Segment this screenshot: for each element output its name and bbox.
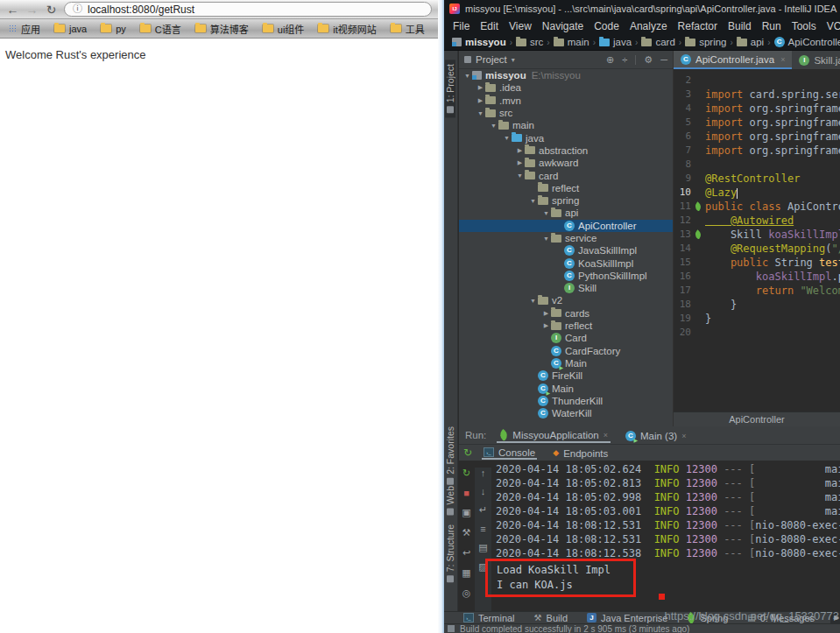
tree-row[interactable]: ▼service [459,232,673,244]
tree-row[interactable]: CPythonSkillImpl [459,270,673,282]
tree-row[interactable]: ▶.idea [459,81,673,94]
close-icon[interactable]: × [780,55,785,64]
tree-row[interactable]: CCardFactory [459,345,673,357]
editor-area[interactable]: CApiController.java×ISkill.java× 23impor… [673,51,840,411]
toolwindow-toggle-icon[interactable] [448,625,455,632]
breadcrumb-java[interactable]: java [598,37,632,47]
close-icon[interactable]: × [604,431,608,440]
rerun-application-icon[interactable]: ↻ [462,468,470,479]
locate-icon[interactable]: ⊕ [606,54,614,66]
tree-collapsed-arrow-icon[interactable]: ▶ [541,322,551,329]
tree-expanded-arrow-icon[interactable]: ▼ [502,135,512,141]
menu-item-build[interactable]: Build [723,20,757,32]
tree-row[interactable]: reflect [459,182,673,194]
menu-item-analyze[interactable]: Analyze [625,20,673,32]
tool-strip-favorites[interactable]: 2: Favorites [445,422,455,489]
menu-item-view[interactable]: View [504,20,537,32]
spring-bean-gutter-icon[interactable] [691,231,705,238]
tree-row[interactable]: ▶abstraction [459,144,673,157]
tree-expanded-arrow-icon[interactable]: ▼ [528,298,538,304]
restore-layout-icon[interactable]: ▦ [462,567,470,579]
tree-row[interactable]: CFireKill [459,369,673,382]
info-icon[interactable]: ⓘ [73,4,82,14]
tree-collapsed-arrow-icon[interactable]: ▶ [515,159,525,166]
menu-item-refactor[interactable]: Refactor [673,20,723,32]
tree-expanded-arrow-icon[interactable]: ▼ [528,198,538,204]
tree-row[interactable]: CWaterKill [459,407,673,419]
tree-row[interactable]: ▼java [459,131,673,144]
bookmark-item[interactable]: C语言 [138,22,184,36]
menu-item-code[interactable]: Code [589,20,625,32]
tree-row[interactable]: ▶awkward [459,157,673,169]
screenshot-icon[interactable]: ▣ [462,507,470,518]
tree-expanded-arrow-icon[interactable]: ▼ [462,73,472,79]
tree-row[interactable]: ▼card [459,169,673,181]
tree-expanded-arrow-icon[interactable]: ▼ [541,236,551,242]
breadcrumb-spring[interactable]: spring [684,37,727,47]
breadcrumb-missyou[interactable]: missyou [451,37,507,47]
tool-strip-structure[interactable]: 7: Structure [445,520,455,587]
breadcrumb-src[interactable]: src [515,37,544,47]
apps-menu[interactable]: 应用 [6,22,43,36]
toolwindow-tab-build[interactable]: ⚒Build [531,612,571,623]
address-bar[interactable]: ⓘ localhost:8080/getRust [64,2,432,17]
view-tab-endpoints[interactable]: ◆Endpoints [551,447,610,460]
forward-icon[interactable]: → [25,4,39,16]
tree-row[interactable]: ▼main [459,119,673,131]
tree-expanded-arrow-icon[interactable]: ▼ [489,123,498,129]
tool-strip-project[interactable]: 1: Project [445,60,455,117]
tree-expanded-arrow-icon[interactable]: ▼ [515,172,525,179]
exit-icon[interactable]: ↩ [462,547,470,559]
bookmark-item[interactable]: ui组件 [260,22,307,36]
build-icon[interactable]: ⚒ [462,527,471,538]
up-stack-icon[interactable]: ↑ [481,468,486,478]
tree-row[interactable]: C▶Main [459,382,673,394]
tree-collapsed-arrow-icon[interactable]: ▶ [476,97,485,104]
bookmark-item[interactable]: 工具 [388,22,427,36]
rerun-icon[interactable]: ↻ [463,447,472,459]
tree-collapsed-arrow-icon[interactable]: ▶ [541,310,551,317]
refresh-icon[interactable]: ↻ [45,4,58,16]
code-editor[interactable]: 23import card.spring.ser4import org.spri… [674,74,840,340]
settings-icon[interactable]: ⚙ [644,54,653,66]
menu-item-edit[interactable]: Edit [475,20,504,32]
menu-item-vcs[interactable]: VCS [822,20,840,32]
tree-expanded-arrow-icon[interactable]: ▼ [476,110,485,116]
tree-row[interactable]: ▶.mvn [459,95,673,107]
collapse-all-icon[interactable]: ÷ [622,54,627,65]
scroll-to-end-icon[interactable]: ≡ [480,524,485,534]
bookmark-item[interactable]: java [52,24,89,34]
editor-tab-skill.java[interactable]: ISkill.java× [792,51,840,69]
back-icon[interactable]: ← [6,4,19,16]
breadcrumb-apicontroller[interactable]: CApiController [773,37,840,47]
tool-strip-web[interactable]: Web [445,482,455,519]
run-tab-main3[interactable]: C▶Main (3)× [623,428,688,443]
tree-row[interactable]: ▼missyouE:\missyou [459,69,673,81]
tree-row[interactable]: C▶Main [459,357,673,369]
editor-tab-apicontroller.java[interactable]: CApiController.java× [674,51,792,69]
tree-row[interactable]: ▶cards [459,307,673,320]
soft-wrap-icon[interactable]: ↵ [479,504,487,516]
bookmark-item[interactable]: 算法博客 [193,22,251,36]
tree-row[interactable]: CApiController [459,220,673,232]
toolwindow-tab-terminal[interactable]: ›_Terminal [460,612,519,623]
bookmark-item[interactable]: py [98,24,129,34]
tree-row[interactable]: ▼src [459,107,673,119]
tree-collapsed-arrow-icon[interactable]: ▶ [515,147,525,154]
print-icon[interactable]: ▤ [478,542,487,553]
breadcrumb-main[interactable]: main [553,37,590,47]
breadcrumb-api[interactable]: api [736,37,765,47]
tree-row[interactable]: ICard [459,332,673,344]
hide-icon[interactable]: ─ [660,54,667,65]
stop-icon[interactable]: ■ [463,488,469,498]
tree-row[interactable]: ▼spring [459,194,673,207]
menu-item-tools[interactable]: Tools [787,20,822,32]
menu-item-navigate[interactable]: Navigate [537,20,589,32]
breadcrumb-card[interactable]: card [640,37,675,47]
tree-row[interactable]: ▼api [459,207,673,219]
tree-row[interactable]: CThunderKill [459,395,673,407]
run-tab-missyouapplication[interactable]: MissyouApplication× [497,428,611,443]
pin-icon[interactable]: ◎ [462,587,471,599]
editor-breadcrumb[interactable]: ApiController [729,414,785,425]
spring-bean-gutter-icon[interactable] [691,203,705,210]
